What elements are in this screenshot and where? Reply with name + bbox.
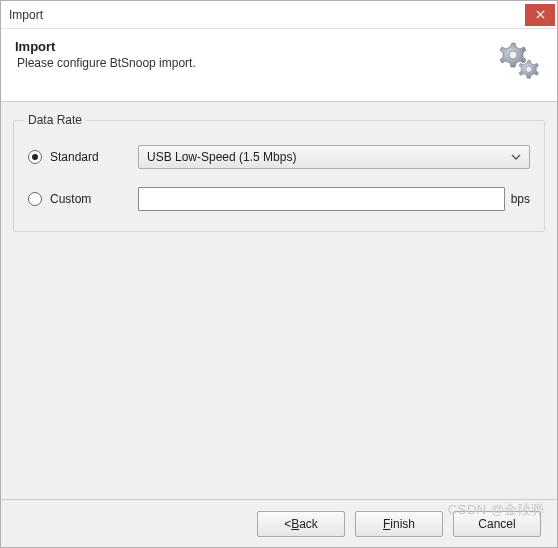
window-title: Import	[9, 8, 43, 22]
close-button[interactable]	[525, 4, 555, 26]
titlebar: Import	[1, 1, 557, 29]
back-mnemonic: B	[291, 517, 299, 531]
group-legend: Data Rate	[24, 113, 86, 127]
finish-mnemonic: F	[383, 517, 390, 531]
cancel-button[interactable]: Cancel	[453, 511, 541, 537]
back-prefix: <	[284, 517, 291, 531]
svg-point-2	[509, 51, 517, 59]
select-value: USB Low-Speed (1.5 Mbps)	[147, 150, 296, 164]
dialog-header: Import Please configure BtSnoop import.	[1, 29, 557, 102]
back-rest: ack	[299, 517, 318, 531]
gears-icon	[495, 39, 543, 87]
dialog-footer: < Back Finish Cancel	[1, 499, 557, 547]
finish-button[interactable]: Finish	[355, 511, 443, 537]
bps-unit-label: bps	[511, 192, 530, 206]
custom-rate-input[interactable]	[138, 187, 505, 211]
custom-radio-label: Custom	[50, 192, 91, 206]
radio-icon	[28, 192, 42, 206]
header-title: Import	[15, 39, 196, 54]
dialog-body: Data Rate Standard USB Low-Speed (1.5 Mb…	[1, 102, 557, 499]
standard-radio-label: Standard	[50, 150, 99, 164]
cancel-label: Cancel	[478, 517, 515, 531]
back-button[interactable]: < Back	[257, 511, 345, 537]
standard-radio[interactable]: Standard	[28, 150, 138, 164]
header-subtitle: Please configure BtSnoop import.	[15, 56, 196, 70]
data-rate-group: Data Rate Standard USB Low-Speed (1.5 Mb…	[13, 120, 545, 232]
chevron-down-icon	[511, 152, 521, 162]
finish-rest: inish	[390, 517, 415, 531]
import-dialog: Import Import Please configure BtSnoop i…	[0, 0, 558, 548]
close-icon	[536, 10, 545, 19]
radio-icon	[28, 150, 42, 164]
standard-row: Standard USB Low-Speed (1.5 Mbps)	[28, 145, 530, 169]
standard-speed-select[interactable]: USB Low-Speed (1.5 Mbps)	[138, 145, 530, 169]
header-text: Import Please configure BtSnoop import.	[15, 39, 196, 70]
custom-row: Custom bps	[28, 187, 530, 211]
custom-radio[interactable]: Custom	[28, 192, 138, 206]
svg-point-3	[526, 66, 532, 72]
